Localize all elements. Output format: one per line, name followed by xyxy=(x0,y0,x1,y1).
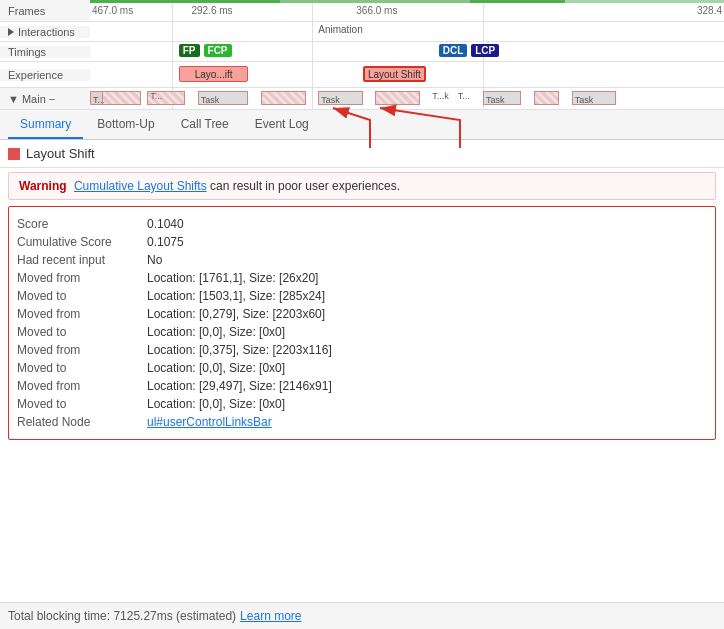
detail-row-8: Moved toLocation: [0,0], Size: [0x0] xyxy=(17,359,707,377)
detail-label-11: Related Node xyxy=(17,415,147,429)
detail-label-7: Moved from xyxy=(17,343,147,357)
detail-row-5: Moved fromLocation: [0,279], Size: [2203… xyxy=(17,305,707,323)
fcp-badge: FCP xyxy=(204,44,232,57)
tab-call-tree[interactable]: Call Tree xyxy=(169,111,241,139)
detail-row-2: Had recent inputNo xyxy=(17,251,707,269)
frame-time-1: 467.0 ms xyxy=(92,5,133,16)
tab-bottom-up[interactable]: Bottom-Up xyxy=(85,111,166,139)
fp-badge: FP xyxy=(179,44,200,57)
frames-row: Frames 467.0 ms 292.6 ms 366.0 ms 328.4 xyxy=(0,0,724,22)
main-content: T... T... Task Task T...k T... Task Task xyxy=(90,88,724,109)
frame-time-4: 328.4 xyxy=(697,5,722,16)
layo-ift-block[interactable]: Layo...ift xyxy=(179,66,249,82)
task-block-task: Task xyxy=(198,91,249,105)
task-t3: T... xyxy=(458,91,470,101)
experience-row: Experience Layo...ift Layout Shift xyxy=(0,62,724,88)
main-row: ▼ Main − T... T... Task Task T...k T... xyxy=(0,88,724,110)
interactions-row: Interactions Animation xyxy=(0,22,724,42)
details-panel: Score0.1040Cumulative Score0.1075Had rec… xyxy=(8,206,716,440)
detail-row-6: Moved toLocation: [0,0], Size: [0x0] xyxy=(17,323,707,341)
interactions-content: Animation xyxy=(90,22,724,41)
detail-label-5: Moved from xyxy=(17,307,147,321)
detail-label-3: Moved from xyxy=(17,271,147,285)
layout-shift-icon xyxy=(8,148,20,160)
timings-row: Timings FP FCP DCL LCP xyxy=(0,42,724,62)
task-label-t1: T... xyxy=(90,91,103,105)
tab-event-log[interactable]: Event Log xyxy=(243,111,321,139)
detail-row-3: Moved fromLocation: [1761,1], Size: [26x… xyxy=(17,269,707,287)
frames-label: Frames xyxy=(0,5,90,17)
warning-bar: Warning Cumulative Layout Shifts can res… xyxy=(8,172,716,200)
timeline-section: Frames 467.0 ms 292.6 ms 366.0 ms 328.4 … xyxy=(0,0,724,110)
detail-label-8: Moved to xyxy=(17,361,147,375)
interactions-expand-icon[interactable] xyxy=(8,28,14,36)
detail-label-0: Score xyxy=(17,217,147,231)
blocking-time-text: Total blocking time: 7125.27ms (estimate… xyxy=(8,609,236,623)
detail-row-4: Moved toLocation: [1503,1], Size: [285x2… xyxy=(17,287,707,305)
warning-label: Warning xyxy=(19,179,67,193)
dcl-lcp-group: DCL LCP xyxy=(439,44,502,57)
detail-value-6: Location: [0,0], Size: [0x0] xyxy=(147,325,285,339)
warning-message: can result in poor user experiences. xyxy=(210,179,400,193)
detail-value-0: 0.1040 xyxy=(147,217,184,231)
experience-content: Layo...ift Layout Shift xyxy=(90,62,724,87)
detail-row-11: Related Nodeul#userControlLinksBar xyxy=(17,413,707,431)
detail-label-10: Moved to xyxy=(17,397,147,411)
detail-label-4: Moved to xyxy=(17,289,147,303)
tabs-bar: Summary Bottom-Up Call Tree Event Log xyxy=(0,110,724,140)
bottom-bar: Total blocking time: 7125.27ms (estimate… xyxy=(0,602,724,629)
detail-label-9: Moved from xyxy=(17,379,147,393)
detail-value-11[interactable]: ul#userControlLinksBar xyxy=(147,415,272,429)
frame-time-3: 366.0 ms xyxy=(356,5,397,16)
experience-label: Experience xyxy=(0,69,90,81)
lcp-badge: LCP xyxy=(471,44,499,57)
detail-value-2: No xyxy=(147,253,162,267)
animation-label: Animation xyxy=(318,24,362,35)
timings-label: Timings xyxy=(0,46,90,58)
task-block-4 xyxy=(375,91,419,105)
detail-value-10: Location: [0,0], Size: [0x0] xyxy=(147,397,285,411)
detail-label-1: Cumulative Score xyxy=(17,235,147,249)
detail-value-4: Location: [1503,1], Size: [285x24] xyxy=(147,289,325,303)
title-row: Layout Shift xyxy=(0,140,724,168)
timings-content: FP FCP DCL LCP xyxy=(90,42,724,61)
task-block-3 xyxy=(261,91,305,105)
detail-row-10: Moved toLocation: [0,0], Size: [0x0] xyxy=(17,395,707,413)
detail-value-9: Location: [29,497], Size: [2146x91] xyxy=(147,379,332,393)
detail-value-5: Location: [0,279], Size: [2203x60] xyxy=(147,307,325,321)
frames-content: 467.0 ms 292.6 ms 366.0 ms 328.4 xyxy=(90,0,724,21)
task-tk: T...k xyxy=(432,91,449,101)
task-t2: T... xyxy=(150,91,162,101)
task-block-task2: Task xyxy=(318,91,362,105)
detail-value-3: Location: [1761,1], Size: [26x20] xyxy=(147,271,318,285)
dcl-badge: DCL xyxy=(439,44,468,57)
learn-more-link[interactable]: Learn more xyxy=(240,609,301,623)
detail-row-1: Cumulative Score0.1075 xyxy=(17,233,707,251)
detail-value-1: 0.1075 xyxy=(147,235,184,249)
task-block-task4: Task xyxy=(572,91,616,105)
detail-row-7: Moved fromLocation: [0,375], Size: [2203… xyxy=(17,341,707,359)
detail-row-0: Score0.1040 xyxy=(17,215,707,233)
main-label: ▼ Main − xyxy=(0,93,90,105)
tab-summary[interactable]: Summary xyxy=(8,111,83,139)
detail-value-7: Location: [0,375], Size: [2203x116] xyxy=(147,343,332,357)
fp-fcp-group: FP FCP xyxy=(179,44,234,57)
detail-label-2: Had recent input xyxy=(17,253,147,267)
warning-link[interactable]: Cumulative Layout Shifts xyxy=(74,179,207,193)
detail-label-6: Moved to xyxy=(17,325,147,339)
task-block-5 xyxy=(534,91,559,105)
task-block-task3: Task xyxy=(483,91,521,105)
page-title: Layout Shift xyxy=(26,146,95,161)
frame-time-2: 292.6 ms xyxy=(191,5,232,16)
detail-value-8: Location: [0,0], Size: [0x0] xyxy=(147,361,285,375)
layout-shift-block[interactable]: Layout Shift xyxy=(363,66,426,82)
detail-row-9: Moved fromLocation: [29,497], Size: [214… xyxy=(17,377,707,395)
interactions-label: Interactions xyxy=(0,26,90,38)
